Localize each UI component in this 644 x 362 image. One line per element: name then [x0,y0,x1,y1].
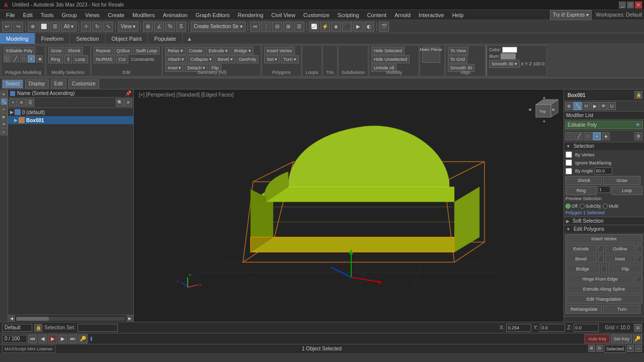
menu-customize[interactable]: Customize [299,11,334,19]
tab-populate[interactable]: Populate [148,33,182,44]
modifier-visible-icon[interactable]: 👁 [635,122,640,128]
snap-toggle[interactable]: ⊞ [143,22,153,32]
qslice-btn[interactable]: QSlice [114,47,133,55]
extrude-settings-btn[interactable]: ⬛ [598,244,604,253]
edge-mode-btn[interactable]: ╱ [12,55,19,62]
modify-icon[interactable]: 🔧 [1,98,8,105]
menu-views[interactable]: Views [81,11,104,19]
inset-prop-btn[interactable]: Inset [605,254,636,263]
menu-content[interactable]: Content [363,11,391,19]
editable-poly-btn[interactable]: Editable Poly [4,47,35,55]
tab-freeform[interactable]: Freeform [35,33,70,44]
mode-lock-btn[interactable]: 🔒 [34,324,42,332]
minimize-btn[interactable]: _ [619,2,626,9]
zoom-out-btn[interactable]: - [635,345,642,352]
customize-tab-btn[interactable]: Customize [68,79,99,88]
bevel-btn[interactable]: Bevel ▾ [215,55,235,63]
element-mode-btn[interactable]: ◈ [36,55,43,62]
curve-editor-btn[interactable]: 📈 [309,22,319,32]
settings-icon[interactable]: ⚙ [634,132,642,140]
hierarchy-icon[interactable]: H [1,106,8,113]
swift-loop-btn[interactable]: Swift Loop [133,47,159,55]
edit-polygons-header[interactable]: ▼ Edit Polygons [564,225,644,233]
loop-sel-btn[interactable]: Loop [611,186,642,195]
angle-snap[interactable]: ∠ [154,22,164,32]
hierarchy-panel-btn[interactable]: H [582,102,590,110]
mode-display[interactable]: Default [2,324,32,332]
render-frame-btn[interactable]: ▶ [353,22,363,32]
scene-search[interactable]: 🔍 [116,99,124,107]
menu-tools[interactable]: Tools [37,11,58,19]
poly-sub-icon[interactable]: ▪ [593,132,601,140]
nurms-btn[interactable]: NURMS [94,55,115,63]
menu-help[interactable]: Help [448,11,468,19]
scene-scroll-left[interactable]: ◀ [8,315,15,322]
ignore-backfacing-check[interactable] [566,159,572,166]
grow-btn[interactable]: Grow [48,47,64,55]
menu-rendering[interactable]: Rendering [234,11,268,19]
menu-interactive[interactable]: Interactive [415,11,448,19]
scene-scroll-right[interactable]: ▶ [126,315,133,322]
bevel-settings-btn[interactable]: ⬛ [598,254,604,263]
menu-animation[interactable]: Animation [159,11,192,19]
array-btn[interactable]: ⋮ [261,22,271,32]
redo-btn[interactable]: ↪ [13,22,23,32]
menu-graph-editors[interactable]: Graph Editors [192,11,234,19]
grow-sel-btn[interactable]: Grow [603,176,640,185]
extrude-along-spline-btn[interactable]: Extrude Along Spline [566,285,642,294]
reference-coord[interactable]: View ▾ [118,22,138,32]
hide-selected-btn[interactable]: Hide Selected [371,47,405,55]
edit-triangulation-btn[interactable]: Edit Triangulation [566,295,642,304]
align-btn[interactable]: ⊟ [272,22,282,32]
border-mode-btn[interactable]: □ [20,55,27,62]
geopolygon-btn[interactable]: GeoPoly [236,55,259,63]
mirror-btn[interactable]: ⇔ [250,22,260,32]
motion-icon[interactable]: ▶ [1,113,8,120]
schematic-btn[interactable]: ⚡ [320,22,330,32]
turn-btn[interactable]: Turn [603,305,640,314]
menu-create[interactable]: Create [104,11,128,19]
selection-filter[interactable]: All ▾ [61,22,76,32]
utilities-icon[interactable]: U [1,128,8,135]
menu-modifiers[interactable]: Modifiers [128,11,159,19]
attach-btn[interactable]: Attach ▾ [165,55,187,63]
align-view-btn[interactable]: ⊞ [283,22,293,32]
bevel-prop-btn[interactable]: Bevel [566,254,597,263]
time-display[interactable]: 0 / 100 [2,335,27,343]
percent-snap[interactable]: % [165,22,175,32]
loop-btn[interactable]: Loop [73,55,88,63]
flip-prop-btn[interactable]: Flip [608,264,642,274]
outline-settings-btn[interactable]: ⬛ [636,244,642,253]
layer-manager-btn[interactable]: ☰ [294,22,304,32]
prev-frame-btn[interactable]: ◀ [38,334,47,343]
go-start-btn[interactable]: ⏮ [28,334,37,343]
select-by-name-btn[interactable]: ☰ [50,22,60,32]
next-frame-btn[interactable]: ▶ [58,334,67,343]
by-vertex-check[interactable] [566,151,572,158]
x-input[interactable] [506,324,531,332]
scene-filter-btn[interactable]: ☰ [26,99,34,107]
key-mode-btn[interactable]: 🔑 [633,334,642,343]
material-editor-btn[interactable]: ◈ [331,22,341,32]
color-swatch[interactable] [502,47,517,53]
ribbon-minimize[interactable]: ▲ [185,36,194,42]
select-object-btn[interactable]: ⊕ [28,22,38,32]
scene-pin-btn[interactable]: 📌 [125,90,131,96]
selection-header[interactable]: ▼ Selection [564,142,644,150]
ring-spinner[interactable]: ⇕ [64,55,72,63]
timeline[interactable] [89,333,584,344]
ring-sel-btn[interactable]: Ring [566,186,597,195]
illum-swatch[interactable] [501,53,516,59]
border-sub-icon[interactable]: □ [584,132,592,140]
outline-prop-btn[interactable]: Outline [605,244,636,253]
maximize-btn[interactable]: □ [627,2,634,9]
bridge-btn[interactable]: Bridge ▾ [231,47,254,55]
element-sub-icon[interactable]: ◈ [602,132,610,140]
select-tab-btn[interactable]: Select [2,79,23,88]
to-grid-btn[interactable]: To Grid [448,55,467,63]
edit-tab-btn[interactable]: Edit [51,79,66,88]
create-btn[interactable]: Create [187,47,205,55]
shrink-btn[interactable]: Shrink [65,47,84,55]
utilities-panel-btn[interactable]: U [608,102,616,110]
key-filters-btn[interactable]: 🔑 [78,334,88,343]
